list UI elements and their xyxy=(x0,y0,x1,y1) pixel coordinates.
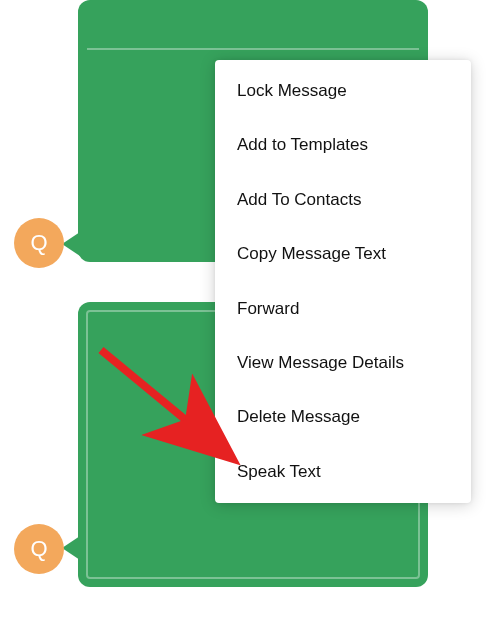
menu-item-forward[interactable]: Forward xyxy=(215,282,471,336)
menu-item-lock-message[interactable]: Lock Message xyxy=(215,64,471,118)
avatar-initial: Q xyxy=(30,536,47,562)
chat-area: Q 30/09/ Q Lock Message Add to Templates… xyxy=(0,0,500,621)
menu-item-copy-message-text[interactable]: Copy Message Text xyxy=(215,227,471,281)
context-menu: Lock Message Add to Templates Add To Con… xyxy=(215,60,471,503)
bubble-tail xyxy=(62,536,80,560)
avatar-initial: Q xyxy=(30,230,47,256)
avatar[interactable]: Q xyxy=(14,524,64,574)
bubble-divider xyxy=(87,48,419,50)
bubble-tail xyxy=(62,232,80,256)
menu-item-add-to-templates[interactable]: Add to Templates xyxy=(215,118,471,172)
menu-item-delete-message[interactable]: Delete Message xyxy=(215,390,471,444)
menu-item-add-to-contacts[interactable]: Add To Contacts xyxy=(215,173,471,227)
menu-item-view-message-details[interactable]: View Message Details xyxy=(215,336,471,390)
menu-item-speak-text[interactable]: Speak Text xyxy=(215,445,471,499)
avatar[interactable]: Q xyxy=(14,218,64,268)
